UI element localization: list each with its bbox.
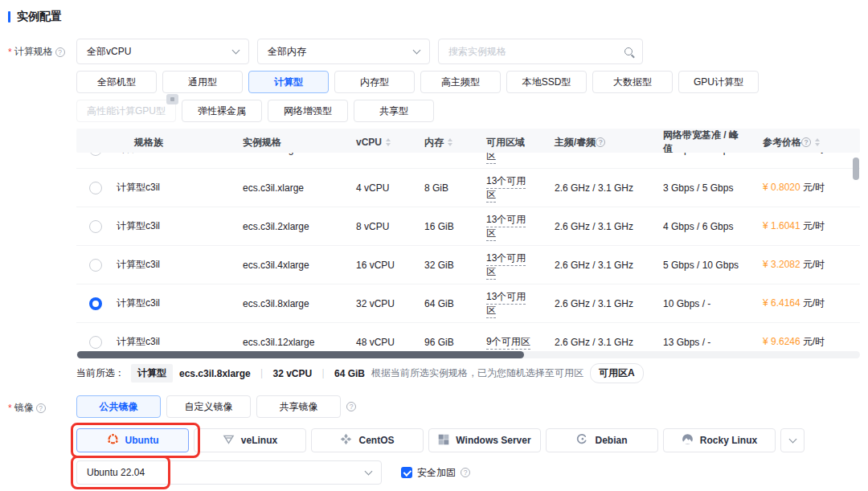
- spec-family-cell: 计算型c3il: [115, 335, 223, 349]
- family-tab[interactable]: 大数据型: [592, 71, 673, 93]
- price-cell: ¥ 6.4164元/时: [747, 297, 860, 310]
- windows-icon: [438, 434, 449, 448]
- os-option-debian[interactable]: Debian: [546, 428, 658, 452]
- version-row: Ubuntu 22.04 安全加固 ?: [76, 460, 470, 485]
- family-tab[interactable]: 计算型: [248, 71, 329, 93]
- image-tab[interactable]: 共享镜像: [256, 395, 341, 418]
- zones-link[interactable]: 13个可用区: [486, 214, 526, 241]
- help-icon[interactable]: ?: [55, 47, 65, 57]
- image-tab[interactable]: 公共镜像: [76, 395, 161, 418]
- radio-button[interactable]: [89, 297, 102, 310]
- family-tab[interactable]: GPU计算型: [678, 71, 759, 93]
- zones-link[interactable]: 13个可用区: [486, 175, 526, 203]
- os-option-windows-server[interactable]: Windows Server: [428, 428, 541, 452]
- vcpu-cell: 32 vCPU: [330, 298, 399, 309]
- more-os-options-button[interactable]: [780, 428, 805, 452]
- os-option-label: Rocky Linux: [700, 435, 757, 446]
- table-row[interactable]: 计算型c3ilecs.c3il.large2 vCPU4 GiB13个可用区2.…: [76, 153, 860, 169]
- vcpu-cell: 48 vCPU: [330, 337, 399, 348]
- image-tab[interactable]: 自定义镜像: [166, 395, 251, 418]
- spec-filters: 全部vCPU 全部内存: [76, 39, 643, 64]
- compute-spec-label: * 计算规格 ?: [8, 45, 65, 59]
- column-header-label: 内存: [424, 136, 444, 149]
- table-row[interactable]: 计算型c3ilecs.c3il.2xlarge8 vCPU16 GiB13个可用…: [76, 207, 860, 246]
- sort-icon[interactable]: [386, 138, 391, 146]
- column-header: 参考价格?: [747, 136, 860, 149]
- spec-family-cell: 计算型c3il: [115, 153, 223, 156]
- radio-button[interactable]: [89, 182, 102, 194]
- table-row[interactable]: 计算型c3ilecs.c3il.xlarge4 vCPU8 GiB13个可用区2…: [76, 169, 860, 207]
- zone-badge: 可用区A: [590, 363, 644, 383]
- sort-up-arrow: [815, 138, 820, 141]
- family-tab[interactable]: 通用型: [162, 71, 243, 93]
- horizontal-scrollbar-thumb[interactable]: [77, 351, 524, 358]
- radio-button[interactable]: [89, 220, 102, 233]
- family-tab-label: 本地SSD型: [522, 76, 571, 89]
- table-row[interactable]: 计算型c3ilecs.c3il.12xlarge48 vCPU96 GiB9个可…: [76, 323, 860, 350]
- radio-button[interactable]: [89, 336, 102, 349]
- family-tab[interactable]: 全部机型: [76, 71, 157, 93]
- family-tab[interactable]: 高主频型: [420, 71, 501, 93]
- memory-filter-select[interactable]: 全部内存: [257, 39, 430, 64]
- vertical-scrollbar-thumb[interactable]: [853, 158, 859, 180]
- zones-link[interactable]: 9个可用区: [486, 336, 530, 350]
- family-tab[interactable]: 共享型: [354, 100, 434, 122]
- family-tabs-row-1: 全部机型通用型计算型内存型高主频型本地SSD型大数据型GPU计算型: [76, 71, 759, 93]
- column-header: vCPU: [330, 137, 399, 148]
- required-asterisk: *: [8, 47, 12, 58]
- spec-search-box[interactable]: [438, 39, 643, 64]
- family-tab[interactable]: 本地SSD型: [506, 71, 587, 93]
- help-icon[interactable]: ?: [596, 137, 605, 147]
- spec-family-cell: 计算型c3il: [115, 219, 223, 233]
- os-option-velinux[interactable]: veLinux: [194, 428, 306, 452]
- sort-icon[interactable]: [448, 138, 452, 146]
- bandwidth-cell: 2 Gbps / 4 Gbps: [644, 153, 747, 155]
- column-header-label: 规格族: [134, 136, 163, 149]
- os-version-select[interactable]: Ubuntu 22.04: [76, 460, 382, 485]
- security-hardening-checkbox[interactable]: [401, 467, 412, 478]
- bandwidth-cell: 13 Gbps / -: [644, 337, 747, 348]
- vcpu-cell: 16 vCPU: [330, 260, 399, 271]
- spec-search-input[interactable]: [448, 46, 624, 57]
- zones-cell: 13个可用区: [467, 213, 535, 240]
- spec-family-cell: 计算型c3il: [115, 258, 223, 272]
- family-tab-label: 计算型: [274, 76, 303, 89]
- zones-link[interactable]: 13个可用区: [486, 153, 526, 164]
- radio-cell: [76, 297, 115, 310]
- zones-link[interactable]: 13个可用区: [486, 252, 526, 280]
- family-tab[interactable]: 弹性裸金属: [182, 100, 262, 122]
- sort-icon[interactable]: [815, 138, 820, 146]
- os-option-centos[interactable]: CentOS: [311, 428, 424, 452]
- help-icon[interactable]: ?: [461, 468, 470, 477]
- zones-link[interactable]: 13个可用区: [486, 291, 526, 318]
- price-unit: 元/时: [803, 297, 825, 309]
- column-header: 网络带宽基准 / 峰值: [644, 129, 747, 156]
- page-title: 实例配置: [17, 10, 62, 24]
- os-option-rocky-linux[interactable]: Rocky Linux: [663, 428, 776, 452]
- memory-cell: 8 GiB: [399, 182, 467, 194]
- horizontal-scrollbar[interactable]: [76, 351, 860, 358]
- column-header-label: 参考价格: [763, 136, 801, 149]
- os-option-ubuntu[interactable]: Ubuntu: [76, 428, 189, 452]
- spec-name-cell: ecs.c3il.12xlarge: [223, 337, 330, 348]
- table-row[interactable]: 计算型c3ilecs.c3il.4xlarge16 vCPU32 GiB13个可…: [76, 246, 860, 284]
- vcpu-filter-select[interactable]: 全部vCPU: [76, 39, 249, 64]
- selected-memory: 64 GiB: [334, 368, 365, 379]
- frequency-cell: 2.6 GHz / 3.1 GHz: [535, 221, 644, 232]
- help-icon[interactable]: ?: [801, 137, 811, 147]
- table-row[interactable]: 计算型c3ilecs.c3il.8xlarge32 vCPU64 GiB13个可…: [76, 284, 860, 323]
- bandwidth-cell: 4 Gbps / 6 Gbps: [644, 221, 747, 232]
- family-tab[interactable]: 网络增强型: [268, 100, 348, 122]
- radio-button[interactable]: [89, 259, 102, 272]
- family-tab[interactable]: 内存型: [334, 71, 415, 93]
- help-icon[interactable]: ?: [346, 402, 356, 411]
- chevron-down-icon: [788, 435, 796, 443]
- radio-button[interactable]: [89, 153, 102, 156]
- help-icon[interactable]: ?: [36, 403, 46, 413]
- family-tab-label: 高主频型: [441, 76, 480, 89]
- frequency-cell: 2.6 GHz / 3.1 GHz: [535, 298, 644, 309]
- search-icon[interactable]: [624, 47, 633, 55]
- zones-cell: 9个可用区: [467, 335, 535, 349]
- security-hardening: 安全加固 ?: [401, 466, 470, 480]
- price-cell: ¥ 0.8020元/时: [747, 181, 860, 194]
